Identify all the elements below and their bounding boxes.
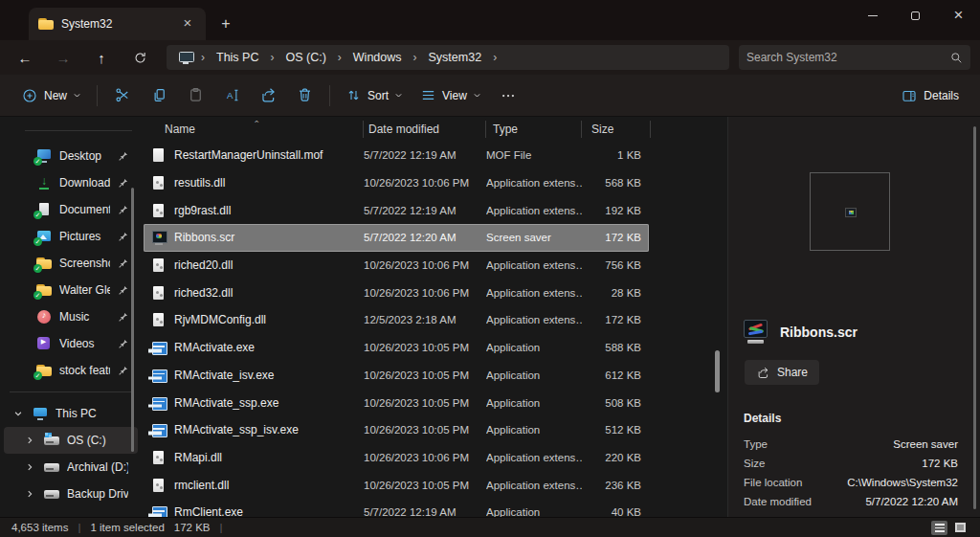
sort-button[interactable]: Sort [338,79,411,112]
file-type: Application [486,397,582,409]
file-row[interactable]: Ribbons.scr5/7/2022 12:20 AMScreen saver… [144,224,649,252]
sidebar-item-walter-glenn[interactable]: Walter Glenn [4,277,138,303]
sidebar-item-videos[interactable]: Videos [4,330,138,357]
search-input[interactable] [746,51,949,64]
rename-button[interactable]: A [214,79,249,112]
file-row[interactable]: riched32.dll10/26/2023 10:06 PMApplicati… [144,279,649,306]
file-row[interactable]: RMActivate.exe10/26/2023 10:05 PMApplica… [144,334,649,362]
refresh-button[interactable] [121,45,159,70]
breadcrumb-chevron-icon[interactable] [412,51,419,64]
maximize-button[interactable] [894,0,937,31]
breadcrumb-item-system32[interactable]: System32 [421,48,490,67]
file-row[interactable]: riched20.dll10/26/2023 10:06 PMApplicati… [144,252,649,280]
sync-check-icon [33,291,42,300]
scr-file-icon [151,230,167,245]
close-button[interactable] [937,0,980,31]
property-row-file-location: File locationC:\Windows\System32 [744,473,958,492]
file-row[interactable]: rgb9rast.dll5/7/2022 12:19 AMApplication… [144,196,649,224]
sidebar-item-pictures[interactable]: Pictures [4,223,138,250]
chevron-down-icon[interactable] [11,409,25,418]
breadcrumb-chevron-icon[interactable] [199,51,207,64]
file-row[interactable]: resutils.dll10/26/2023 10:06 PMApplicati… [144,169,649,197]
details-pane: Ribbons.scr Share Details TypeScreen sav… [727,117,980,517]
chevron-right-icon[interactable] [23,436,36,445]
forward-button[interactable]: → [44,45,82,70]
file-row[interactable]: rmclient.dll10/26/2023 10:05 PMApplicati… [144,471,649,499]
sidebar-item-os-c[interactable]: OS (C:) [4,427,138,454]
details-panel-icon [901,87,918,104]
sort-ascending-icon[interactable] [255,117,257,126]
breadcrumb[interactable]: This PCOS (C:)WindowsSystem32 [167,45,729,70]
share-file-button[interactable]: Share [745,360,819,385]
new-tab-button[interactable] [213,11,238,36]
file-list-scrollbar[interactable] [715,350,720,392]
file-row[interactable]: RmClient.exe5/7/2022 12:19 AMApplication… [144,499,649,517]
status-bar: 4,653 items 1 item selected 172 KB [0,517,980,537]
chevron-right-icon[interactable] [23,489,36,499]
sidebar-item-stock-feature[interactable]: stock feature [4,357,138,384]
sidebar-item-this-pc[interactable]: This PC [4,400,138,427]
chevron-right-icon[interactable] [23,462,36,472]
sidebar-item-desktop[interactable]: Desktop [4,143,138,169]
details-toggle-button[interactable]: Details [893,79,967,112]
plus-circle-icon [21,87,38,104]
dll-file-icon [151,312,167,327]
sidebar-scrollbar[interactable] [131,188,134,452]
sidebar-item-screenshots[interactable]: Screenshots [4,250,138,277]
paste-button[interactable] [178,79,212,112]
breadcrumb-chevron-icon[interactable] [491,51,499,64]
details-pane-scrollbar[interactable] [973,126,976,509]
window-controls [851,0,980,31]
tab-close-icon[interactable] [179,15,196,33]
file-row[interactable]: RMActivate_ssp_isv.exe10/26/2023 10:05 P… [144,416,649,444]
file-size: 192 KB [582,205,641,216]
breadcrumb-item-windows[interactable]: Windows [345,48,410,67]
search-box[interactable] [739,45,970,70]
file-date-modified: 10/26/2023 10:06 PM [364,287,486,299]
svg-text:A: A [226,90,233,101]
sync-check-icon [33,157,42,166]
minimize-button[interactable] [851,0,894,31]
property-value: 5/7/2022 12:20 AM [865,496,958,507]
sidebar-item-archival-d[interactable]: Archival (D:) [4,454,138,481]
sidebar-item-documents[interactable]: Documents [4,196,138,223]
file-row[interactable]: RMActivate_isv.exe10/26/2023 10:05 PMApp… [144,362,649,390]
file-row[interactable]: RMActivate_ssp.exe10/26/2023 10:05 PMApp… [144,389,649,416]
more-options-button[interactable] [491,79,525,112]
column-header-date-modified[interactable]: Date modified [364,121,486,138]
delete-button[interactable] [287,79,322,112]
file-date-modified: 10/26/2023 10:06 PM [364,452,486,463]
thumbnail-view-button[interactable] [952,521,969,535]
sidebar-item-label: stock feature [59,364,110,377]
back-button[interactable]: ← [6,45,44,70]
file-size: 28 KB [582,287,641,299]
file-row[interactable]: RestartManagerUninstall.mof5/7/2022 12:1… [144,142,649,169]
file-row[interactable]: RMapi.dll10/26/2023 10:06 PMApplication … [144,444,649,472]
file-name: RMActivate_isv.exe [174,369,364,382]
file-list: NameDate modifiedTypeSize RestartManager… [144,117,727,517]
pin-icon [118,205,128,215]
cut-button[interactable] [105,79,140,112]
details-view-button[interactable] [931,521,947,535]
sidebar-item-downloads[interactable]: Downloads [4,169,138,196]
search-icon[interactable] [949,51,963,64]
copy-button[interactable] [142,79,176,112]
new-button[interactable]: New [13,79,89,112]
sidebar-item-backup-drive[interactable]: Backup Drive ( [4,481,138,507]
details-toggle-label: Details [924,89,959,102]
column-header-size[interactable]: Size [582,121,651,138]
column-header-name[interactable]: Name [151,121,364,138]
breadcrumb-item-this-pc[interactable]: This PC [209,48,266,67]
sidebar-item-music[interactable]: Music [4,303,138,330]
breadcrumb-chevron-icon[interactable] [268,51,276,64]
breadcrumb-item-os-c[interactable]: OS (C:) [278,48,333,67]
explorer-tab[interactable]: System32 [29,8,206,40]
column-header-type[interactable]: Type [486,121,582,138]
file-row[interactable]: RjvMDMConfig.dll12/5/2023 2:18 AMApplica… [144,306,649,334]
breadcrumb-chevron-icon[interactable] [336,51,344,64]
up-button[interactable]: ↑ [82,45,121,70]
sidebar-item-label: Screenshots [59,257,110,270]
share-button[interactable] [251,79,285,112]
view-button[interactable]: View [412,79,489,112]
toolbar-divider [97,85,98,106]
